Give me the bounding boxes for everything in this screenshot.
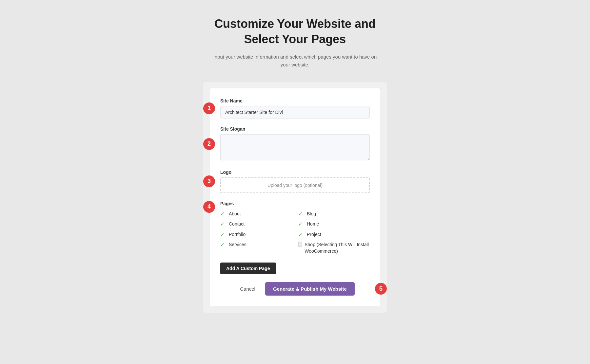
checkmark-shop [298, 242, 302, 247]
page-label-project: Project [307, 231, 321, 238]
footer-actions: Cancel Generate & Publish My Website 5 [220, 282, 370, 296]
page-item-portfolio[interactable]: ✓ Portfolio [220, 231, 292, 238]
page-item-blog[interactable]: ✓ Blog [298, 211, 370, 217]
checkmark-contact: ✓ [220, 221, 226, 227]
add-custom-page-button[interactable]: Add A Custom Page [220, 263, 276, 274]
step-2-badge: 2 [203, 138, 215, 150]
page-label-about: About [229, 211, 241, 217]
logo-group: 3 Logo Upload your logo (optional) [220, 170, 370, 193]
page-item-home[interactable]: ✓ Home [298, 221, 370, 228]
site-name-group: 1 Site Name [220, 98, 370, 118]
page-item-contact[interactable]: ✓ Contact [220, 221, 292, 228]
page-item-project[interactable]: ✓ Project [298, 231, 370, 238]
logo-label: Logo [220, 170, 370, 175]
checkmark-portfolio: ✓ [220, 232, 226, 238]
step-1-badge: 1 [203, 102, 215, 114]
site-slogan-label: Site Slogan [220, 126, 370, 132]
page-label-shop: Shop (Selecting This Will Install WooCom… [305, 242, 370, 254]
page-label-portfolio: Portfolio [229, 231, 246, 238]
cancel-button[interactable]: Cancel [235, 283, 260, 295]
site-slogan-textarea[interactable] [220, 134, 370, 160]
generate-publish-button[interactable]: Generate & Publish My Website [265, 282, 355, 296]
checkmark-blog: ✓ [298, 211, 304, 217]
pages-section: 4 Pages ✓ About ✓ Blog ✓ Contact ✓ [220, 201, 370, 255]
form-card: 1 Site Name 2 Site Slogan 3 Logo Upload … [210, 88, 380, 306]
checkmark-services: ✓ [220, 242, 226, 248]
outer-card: 1 Site Name 2 Site Slogan 3 Logo Upload … [203, 82, 387, 313]
step-4-badge: 4 [203, 201, 215, 213]
site-name-input[interactable] [220, 106, 370, 118]
page-label-services: Services [229, 242, 246, 248]
page-label-home: Home [307, 221, 319, 228]
page-subtitle: Input your website information and selec… [213, 53, 377, 69]
checkmark-project: ✓ [298, 232, 304, 238]
site-name-label: Site Name [220, 98, 370, 103]
step-5-badge: 5 [375, 283, 387, 295]
page-label-contact: Contact [229, 221, 245, 228]
checkmark-about: ✓ [220, 211, 226, 217]
pages-grid: ✓ About ✓ Blog ✓ Contact ✓ Home ✓ Po [220, 211, 370, 255]
page-title: Customize Your Website and Select Your P… [214, 16, 376, 47]
checkmark-home: ✓ [298, 221, 304, 227]
logo-upload-area[interactable]: Upload your logo (optional) [220, 177, 370, 193]
pages-label: Pages [220, 201, 370, 206]
page-item-about[interactable]: ✓ About [220, 211, 292, 217]
page-item-services[interactable]: ✓ Services [220, 242, 292, 254]
page-item-shop[interactable]: Shop (Selecting This Will Install WooCom… [298, 242, 370, 254]
page-label-blog: Blog [307, 211, 316, 217]
site-slogan-group: 2 Site Slogan [220, 126, 370, 162]
step-3-badge: 3 [203, 175, 215, 187]
